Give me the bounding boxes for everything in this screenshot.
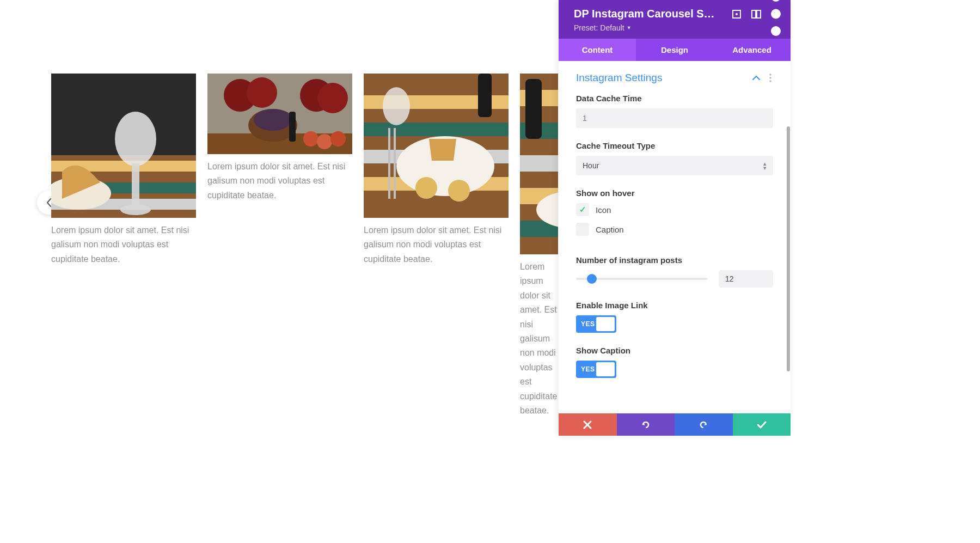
field-label: Number of instagram posts bbox=[576, 255, 773, 265]
checkbox-label: Icon bbox=[596, 205, 611, 215]
field-num-posts: Number of instagram posts 12 bbox=[559, 255, 791, 301]
field-label: Show Caption bbox=[576, 346, 773, 355]
carousel-caption: Lorem ipsum dolor sit amet. Est nisi gal… bbox=[207, 160, 352, 203]
svg-point-52 bbox=[769, 80, 771, 82]
cache-timeout-select[interactable]: Hour bbox=[576, 156, 773, 175]
tab-design[interactable]: Design bbox=[636, 39, 713, 61]
preset-prefix: Preset: bbox=[574, 23, 598, 32]
field-label: Data Cache Time bbox=[576, 94, 773, 103]
svg-rect-33 bbox=[478, 74, 492, 117]
svg-point-16 bbox=[254, 109, 292, 131]
carousel-image bbox=[364, 74, 509, 218]
panel-title: DP Instagram Carousel Sett... bbox=[574, 8, 715, 20]
field-show-on-hover: Show on hover Icon Caption bbox=[559, 188, 791, 255]
section-header[interactable]: Instagram Settings bbox=[559, 61, 791, 94]
preset-dropdown[interactable]: Preset: Default ▼ bbox=[574, 23, 781, 32]
svg-rect-46 bbox=[757, 10, 761, 18]
field-show-caption: Show Caption YES bbox=[559, 346, 791, 391]
svg-point-29 bbox=[448, 180, 470, 202]
carousel-caption: Lorem ipsum dolor sit amet. Est nisi gal… bbox=[364, 223, 509, 266]
carousel-item[interactable]: Lorem ipsum dolor sit amet. Est nisi gal… bbox=[207, 74, 352, 418]
svg-point-49 bbox=[771, 26, 781, 36]
data-cache-time-input[interactable] bbox=[576, 108, 773, 128]
svg-rect-37 bbox=[520, 155, 558, 172]
svg-point-47 bbox=[771, 0, 781, 2]
svg-point-8 bbox=[120, 204, 151, 215]
carousel-image bbox=[51, 74, 196, 218]
svg-rect-30 bbox=[388, 128, 390, 199]
svg-point-51 bbox=[769, 77, 771, 79]
svg-rect-45 bbox=[752, 10, 756, 18]
svg-rect-31 bbox=[394, 128, 396, 199]
field-label: Show on hover bbox=[576, 188, 773, 198]
svg-rect-42 bbox=[525, 79, 542, 139]
svg-point-48 bbox=[771, 9, 781, 19]
save-button[interactable] bbox=[733, 413, 791, 436]
svg-point-17 bbox=[303, 131, 318, 147]
panel-footer bbox=[559, 413, 791, 436]
panel-header: DP Instagram Carousel Sett... Preset: De… bbox=[559, 0, 791, 39]
panel-tabs: Content Design Advanced bbox=[559, 39, 791, 61]
kebab-menu-icon[interactable] bbox=[771, 9, 781, 19]
carousel-track: Lorem ipsum dolor sit amet. Est nisi gal… bbox=[51, 74, 558, 418]
scrollbar-thumb[interactable] bbox=[787, 126, 790, 371]
svg-rect-20 bbox=[289, 112, 296, 142]
svg-point-6 bbox=[115, 112, 156, 166]
toggle-knob bbox=[596, 362, 615, 376]
enable-image-link-toggle[interactable]: YES bbox=[576, 315, 616, 333]
expand-icon[interactable] bbox=[732, 9, 742, 19]
svg-point-18 bbox=[317, 134, 332, 149]
preset-value: Default bbox=[600, 23, 624, 32]
carousel-image bbox=[207, 74, 352, 154]
tab-content[interactable]: Content bbox=[559, 39, 636, 61]
kebab-menu-icon[interactable] bbox=[767, 74, 774, 82]
carousel-caption: Lorem ipsum dolor sit amet. Est nisi gal… bbox=[51, 223, 196, 266]
carousel-preview: Lorem ipsum dolor sit amet. Est nisi gal… bbox=[0, 0, 558, 543]
svg-point-32 bbox=[383, 87, 410, 125]
field-label: Cache Timeout Type bbox=[576, 141, 773, 150]
svg-point-28 bbox=[415, 177, 437, 199]
checkbox-label: Caption bbox=[596, 225, 624, 234]
svg-point-50 bbox=[769, 74, 771, 76]
chevron-up-icon[interactable] bbox=[752, 74, 760, 82]
svg-point-19 bbox=[330, 131, 346, 147]
field-label: Enable Image Link bbox=[576, 301, 773, 310]
carousel-item[interactable]: Lorem ipsum dolor sit amet. Est nisi gal… bbox=[520, 74, 558, 418]
cancel-button[interactable] bbox=[559, 413, 617, 436]
svg-rect-24 bbox=[364, 123, 509, 136]
toggle-state: YES bbox=[576, 365, 595, 373]
num-posts-slider[interactable] bbox=[576, 278, 708, 280]
toggle-state: YES bbox=[576, 320, 595, 328]
svg-point-14 bbox=[317, 83, 348, 113]
field-enable-image-link: Enable Image Link YES bbox=[559, 301, 791, 346]
carousel-image bbox=[520, 74, 558, 254]
svg-rect-7 bbox=[132, 163, 139, 207]
redo-button[interactable] bbox=[675, 413, 733, 436]
svg-point-12 bbox=[247, 77, 277, 108]
carousel-caption: Lorem ipsum dolor sit amet. Est nisi gal… bbox=[520, 260, 558, 418]
section-title: Instagram Settings bbox=[576, 72, 662, 84]
checkbox-icon[interactable] bbox=[576, 203, 589, 216]
toggle-knob bbox=[596, 317, 615, 331]
show-caption-toggle[interactable]: YES bbox=[576, 361, 616, 378]
carousel-item[interactable]: Lorem ipsum dolor sit amet. Est nisi gal… bbox=[364, 74, 509, 418]
tab-advanced[interactable]: Advanced bbox=[713, 39, 791, 61]
dropdown-triangle-icon: ▼ bbox=[627, 25, 632, 30]
field-data-cache-time: Data Cache Time bbox=[559, 94, 791, 141]
num-posts-value[interactable]: 12 bbox=[719, 270, 773, 288]
panel-body: Instagram Settings Data Cache Time Cache… bbox=[559, 61, 791, 413]
snap-icon[interactable] bbox=[751, 9, 761, 19]
carousel-item[interactable]: Lorem ipsum dolor sit amet. Est nisi gal… bbox=[51, 74, 196, 418]
field-cache-timeout-type: Cache Timeout Type Hour ▴▾ bbox=[559, 141, 791, 188]
settings-panel: DP Instagram Carousel Sett... Preset: De… bbox=[559, 0, 791, 436]
svg-point-44 bbox=[736, 13, 738, 15]
checkbox-caption[interactable] bbox=[576, 223, 589, 236]
slider-thumb[interactable] bbox=[587, 274, 597, 284]
undo-button[interactable] bbox=[617, 413, 675, 436]
